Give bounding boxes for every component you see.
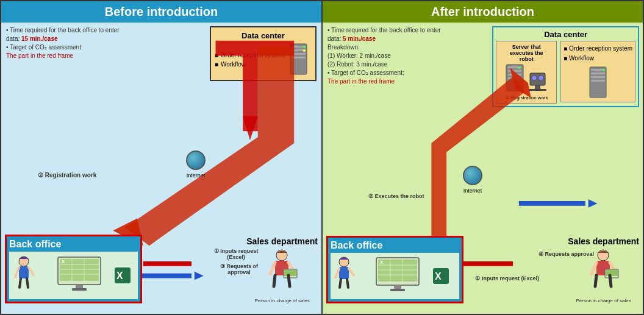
before-internet-globe: Internet [186, 150, 206, 179]
after-backoffice-box: Back office [326, 236, 463, 303]
before-sales-dept: Sales department Person in charge of sal… [246, 236, 318, 303]
after-time: 5 min./case [343, 35, 376, 42]
after-server-robot-box: Server thatexecutes therobot [496, 41, 557, 104]
svg-rect-4 [292, 57, 306, 58]
before-content: • Time required for the back office to e… [1, 23, 321, 312]
svg-marker-51 [589, 199, 598, 208]
svg-point-6 [303, 49, 306, 52]
svg-rect-31 [284, 270, 296, 276]
before-header: Before introduction [1, 1, 321, 23]
svg-rect-47 [591, 80, 605, 82]
svg-text:X: X [116, 271, 123, 281]
svg-point-48 [603, 69, 605, 71]
after-breakdown: Breakdown: [327, 44, 360, 51]
before-target: The part in the red frame [6, 52, 73, 59]
after-arrow-inputs: ① Inputs request (Excel) [475, 275, 539, 281]
after-worker-icon [333, 255, 373, 297]
svg-rect-3 [292, 53, 306, 55]
svg-rect-23 [76, 285, 83, 288]
after-sales-title: Sales department [568, 236, 639, 246]
before-sales-person [265, 249, 299, 294]
before-backoffice-title: Back office [9, 239, 138, 250]
after-dc-server-icon [587, 66, 609, 99]
before-internet-label: Internet [186, 172, 206, 179]
svg-rect-24 [72, 288, 87, 291]
before-datacenter-items: ■ Order reception system ■ Workflow [215, 51, 284, 69]
after-datacenter-area: Data center Server thatexecutes therobot [492, 26, 639, 107]
svg-rect-15 [19, 266, 29, 278]
after-order-box: ■ Order reception system ■ Workflow [560, 41, 635, 102]
svg-rect-46 [591, 76, 605, 78]
after-info: • Time required for the back office to e… [327, 26, 449, 86]
svg-rect-42 [529, 89, 546, 91]
after-server-icon [505, 64, 524, 91]
after-b2: (2) Robot: 3 min./case [327, 61, 387, 68]
before-excel-icon: X [114, 267, 131, 284]
after-info-line2: • Target of CO₂ assessment: [327, 69, 404, 76]
after-internet-label: Internet [463, 188, 482, 194]
after-datacenter-items: ■ Order reception system ■ Workflow [564, 44, 632, 63]
svg-rect-64 [390, 289, 405, 291]
after-robot-icon [527, 70, 548, 91]
after-sales-person [587, 249, 620, 294]
after-target: The part in the red frame [327, 78, 395, 85]
after-sales-dept: Sales department Person in charge of sal… [568, 236, 639, 303]
main-container: Before introduction • Time required for … [0, 0, 644, 315]
after-item1: ■ Order reception system [564, 44, 632, 54]
svg-rect-17 [60, 259, 99, 281]
before-info-line2: • Target of CO₂ assessment: [6, 44, 83, 51]
svg-rect-55 [339, 267, 349, 279]
before-computer-icon: X [57, 256, 112, 296]
before-sales-title: Sales department [246, 236, 318, 246]
before-time: 15 min./case [21, 35, 57, 42]
before-item2: ■ Workflow [215, 60, 284, 69]
before-info-line1: • Time required for the back office to e… [6, 27, 120, 42]
after-internet-globe: Internet [463, 166, 482, 194]
before-datacenter-title: Data center [215, 31, 312, 40]
after-b1: (1) Worker: 2 min./case [327, 52, 391, 59]
after-reg-label: ② Registration work [499, 95, 554, 101]
after-backoffice-inner: X X [331, 253, 459, 299]
svg-rect-41 [535, 85, 540, 89]
svg-rect-43 [590, 67, 606, 97]
after-datacenter-title: Data center [496, 30, 635, 39]
svg-text:X: X [380, 260, 384, 265]
before-arrow-reg: ② Registration work [38, 172, 96, 179]
after-server-label: Server thatexecutes therobot [499, 44, 554, 62]
svg-text:X: X [62, 259, 65, 264]
svg-rect-63 [394, 285, 401, 289]
before-sales-person-label: Person in charge of sales [246, 298, 318, 303]
svg-rect-36 [508, 77, 521, 79]
svg-rect-0 [290, 44, 307, 74]
before-info: • Time required for the back office to e… [6, 26, 128, 60]
before-item1: ■ Order reception system [215, 51, 284, 60]
after-info-line1: • Time required for the back office to e… [327, 27, 441, 42]
svg-rect-71 [606, 270, 618, 276]
after-backoffice-title: Back office [331, 240, 459, 251]
svg-point-40 [538, 76, 543, 80]
svg-text:X: X [435, 271, 442, 281]
svg-point-39 [532, 76, 537, 80]
before-server-icon [288, 43, 309, 76]
after-arrow-executes: ② Executes the robot [368, 193, 424, 199]
svg-marker-8 [243, 116, 258, 140]
svg-marker-13 [195, 272, 204, 280]
before-worker-icon [12, 254, 54, 297]
svg-rect-35 [508, 74, 521, 76]
before-panel: Before introduction • Time required for … [1, 1, 323, 314]
before-backoffice-inner: X X [9, 252, 138, 299]
after-excel-icon: X [432, 267, 449, 285]
svg-point-5 [303, 46, 306, 48]
after-panel: After introduction • Time required for t… [323, 1, 643, 314]
after-item2: ■ Workflow [564, 54, 632, 63]
after-sales-person-label: Person in charge of sales [568, 298, 639, 303]
svg-rect-45 [591, 73, 605, 74]
before-datacenter-box: Data center ■ Order reception system ■ W… [210, 26, 317, 81]
svg-rect-57 [378, 260, 417, 281]
after-header: After introduction [323, 1, 643, 23]
after-content: • Time required for the back office to e… [323, 23, 643, 312]
svg-point-37 [518, 66, 521, 69]
before-backoffice-box: Back office [5, 235, 142, 303]
svg-rect-34 [508, 70, 521, 72]
after-computer-icon: X [375, 257, 430, 296]
